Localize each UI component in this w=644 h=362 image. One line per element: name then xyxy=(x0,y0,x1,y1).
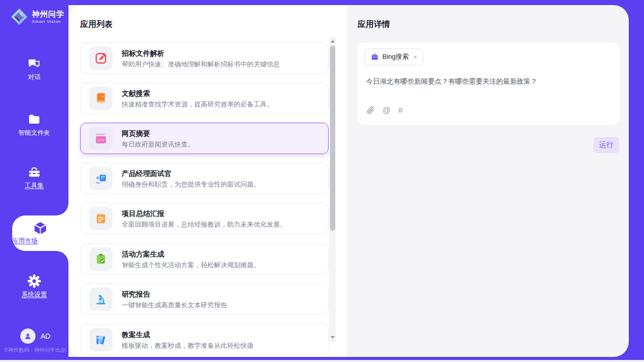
user-name: AD xyxy=(41,332,50,340)
app-description: 明确身份和职责，为您提供专业性的面试问题。 xyxy=(122,181,260,188)
books-icon xyxy=(94,333,108,346)
person-icon xyxy=(23,332,32,341)
sidebar-item-label: 对话 xyxy=(0,73,68,82)
sidebar-item-smart-folder[interactable]: 智能文件夹 xyxy=(0,113,68,137)
app-name: 项目总结汇报 xyxy=(122,210,287,217)
browser-code-icon: </> xyxy=(94,132,108,145)
app-description: 每日政府新闻资讯快查。 xyxy=(122,141,194,148)
app-description: 智能生成个性化活动方案，轻松解决规划难题。 xyxy=(122,262,260,268)
prompt-card: Bing搜索 × 今日湖北有哪些新闻要点？有哪些需要关注的最新政策？ @ # xyxy=(356,42,621,126)
attachment-paperclip-icon[interactable] xyxy=(366,106,375,115)
app-card-web-summary[interactable]: </> 网页摘要 每日政府新闻资讯快查。 xyxy=(80,123,329,154)
sidebar-item-label: 系统设置 xyxy=(0,291,68,299)
app-icon-tile: </> xyxy=(89,127,113,150)
app-name: 产品经理面试官 xyxy=(122,170,260,177)
svg-text:</>: </> xyxy=(97,138,104,142)
app-description: 一键智能生成高质量长文本研究报告 xyxy=(122,302,227,308)
chip-close-icon[interactable]: × xyxy=(413,53,417,61)
run-button[interactable]: 运行 xyxy=(593,137,619,153)
sidebar-item-settings[interactable]: 系统设置 xyxy=(0,274,68,299)
scroll-down-arrow-icon[interactable] xyxy=(331,336,335,339)
app-name: 活动方案生成 xyxy=(122,250,260,258)
gear-icon xyxy=(27,274,41,288)
app-card-event-plan[interactable]: 活动方案生成 智能生成个性化活动方案，轻松解决规划难题。 xyxy=(80,243,329,275)
app-icon-tile xyxy=(89,87,113,110)
app-description: 模板驱动，教案秒成，教学准备从此轻松快捷 xyxy=(122,342,254,349)
book-icon xyxy=(94,92,108,105)
active-tab-fillet-top xyxy=(56,203,68,215)
toolbox-icon xyxy=(27,165,41,179)
bottom-strip xyxy=(0,360,644,362)
interviewer-icon xyxy=(94,172,108,185)
scrollbar-thumb[interactable] xyxy=(330,46,335,231)
app-card-pm-interviewer[interactable]: 产品经理面试官 明确身份和职责，为您提供专业性的面试问题。 xyxy=(80,163,329,194)
app-name: 网页摘要 xyxy=(122,130,194,137)
query-text[interactable]: 今日湖北有哪些新闻要点？有哪些需要关注的最新政策？ xyxy=(366,77,538,86)
app-card-research-report[interactable]: 研究报告 一键智能生成高质量长文本研究报告 xyxy=(80,283,329,315)
avatar xyxy=(20,329,35,344)
app-list-title: 应用列表 xyxy=(80,19,113,30)
sidebar-item-label: 智能文件夹 xyxy=(0,129,68,137)
sidebar: 神州问学 Smart Vision 对话 智能文件夹 工具集 xyxy=(0,0,68,360)
diamond-logo-icon xyxy=(9,7,29,27)
app-detail-title: 应用详情 xyxy=(357,19,390,30)
app-icon-tile xyxy=(89,207,113,230)
sidebar-item-label: 工具集 xyxy=(0,182,68,190)
app-icon-tile xyxy=(89,167,113,190)
chat-icon xyxy=(27,57,41,70)
app-name: 研究报告 xyxy=(122,291,227,298)
app-name: 招标文件解析 xyxy=(122,50,280,57)
cube-icon xyxy=(32,220,48,236)
brand-logo: 神州问学 Smart Vision xyxy=(9,7,64,27)
app-card-literature-search[interactable]: 文献搜索 快速精准查找学术资源，提高研究效率的必备工具。 xyxy=(80,83,329,114)
app-description: 帮助用户快速、准确地理解和解析招标书中的关键信息 xyxy=(122,61,280,67)
user-account[interactable]: AD xyxy=(20,329,50,344)
sidebar-item-toolset[interactable]: 工具集 xyxy=(0,165,68,190)
microscope-icon xyxy=(94,293,108,306)
document-edit-icon xyxy=(94,52,108,65)
mention-icon[interactable]: @ xyxy=(382,106,390,115)
report-note-icon xyxy=(94,212,108,225)
brand-name: 神州问学 xyxy=(32,10,64,18)
tool-chip-label: Bing搜索 xyxy=(382,52,409,61)
briefcase-icon xyxy=(371,53,379,61)
app-name: 文献搜索 xyxy=(122,90,273,97)
clipboard-check-icon xyxy=(94,252,108,266)
tool-chip-bing-search[interactable]: Bing搜索 × xyxy=(365,48,423,65)
scroll-up-arrow-icon[interactable] xyxy=(331,40,335,43)
hash-icon[interactable]: # xyxy=(398,106,403,115)
sidebar-item-label: 应用市场 xyxy=(12,237,68,245)
sidebar-item-app-market[interactable]: 应用市场 xyxy=(12,215,68,251)
app-list-scrollbar[interactable] xyxy=(329,37,336,342)
copyright-footer: ©神州数码 · 神州问学出品 xyxy=(4,347,70,354)
app-card-project-summary[interactable]: 项目总结汇报 全面回顾项目进展，总结经验教训，助力未来优化发展。 xyxy=(80,203,329,234)
sidebar-item-chat[interactable]: 对话 xyxy=(0,57,68,82)
app-description: 快速精准查找学术资源，提高研究效率的必备工具。 xyxy=(122,101,273,107)
brand-tagline: Smart Vision xyxy=(32,20,64,24)
app-description: 全面回顾项目进展，总结经验教训，助力未来优化发展。 xyxy=(122,221,287,228)
app-icon-tile xyxy=(89,328,113,351)
folder-icon xyxy=(27,113,41,126)
app-icon-tile xyxy=(89,247,113,271)
app-icon-tile xyxy=(89,47,113,70)
app-icon-tile xyxy=(89,287,113,311)
app-card-bid-document-parsing[interactable]: 招标文件解析 帮助用户快速、准确地理解和解析招标书中的关键信息 xyxy=(80,43,329,74)
active-tab-fillet-bottom xyxy=(56,251,68,263)
app-name: 教案生成 xyxy=(122,331,254,338)
app-card-lesson-plan[interactable]: 教案生成 模板驱动，教案秒成，教学准备从此轻松快捷 xyxy=(80,324,329,355)
